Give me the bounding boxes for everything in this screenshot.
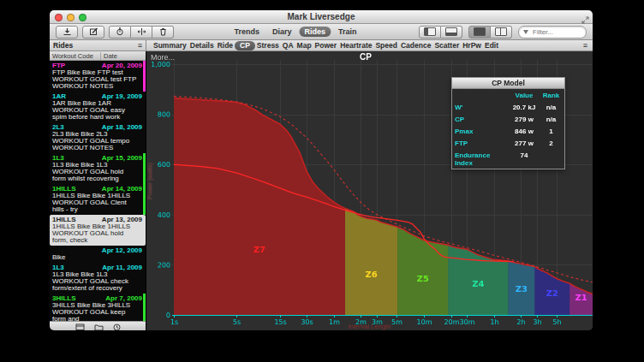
- ride-description: 1HILLS Bike Bike 1HILLS WORKOUT GOAL Cle…: [52, 193, 142, 213]
- cp-model-row: W'20.7 kJn/a: [452, 101, 564, 113]
- ride-description: FTP Bike Bike FTP test WORKOUT GOAL test…: [52, 69, 142, 90]
- tiled-view-button[interactable]: [468, 26, 491, 39]
- tabbed-view-button[interactable]: [491, 26, 512, 39]
- cp-model-row: FTP277 w2: [452, 137, 564, 149]
- ride-date: Apr 11, 2009: [102, 264, 142, 271]
- ride-description: 1L3 Bike Bike 1L3 WORKOUT GOAL hold form…: [52, 162, 142, 182]
- sidebar-panel-icon: [424, 27, 436, 36]
- main-toolbar: TrendsDiaryRidesTrain: [50, 24, 593, 40]
- view-tab-trends[interactable]: Trends: [229, 27, 265, 37]
- cp-model-table: CP Model Value Rank W'20.7 kJn/aCP279 wn…: [451, 77, 565, 169]
- ride-row[interactable]: 1L3Apr 15, 20091L3 Bike Bike 1L3 WORKOUT…: [50, 153, 146, 184]
- tabbed-view-icon: [495, 27, 507, 36]
- cp-chart-panel: More... CP Power (watts) Interval Length…: [146, 51, 593, 330]
- split-arrows-icon: [137, 27, 146, 36]
- ride-description: 1HILLS Bike Bike 1HILLS WORKOUT GOAL hol…: [52, 223, 142, 244]
- tab-bar-menu-icon[interactable]: ≡: [583, 41, 587, 50]
- column-workout-code[interactable]: Workout Code: [50, 52, 101, 60]
- close-button[interactable]: [55, 14, 63, 21]
- ride-row[interactable]: 1HILLSApr 14, 20091HILLS Bike Bike 1HILL…: [50, 184, 146, 215]
- ride-description: 1L3 Bike Bike 1L3 WORKOUT GOAL check for…: [52, 271, 142, 292]
- ride-row[interactable]: 3HILLSApr 7, 20093HILLS Bike Bike 3HILLS…: [50, 294, 146, 321]
- view-switcher: TrendsDiaryRidesTrain: [229, 27, 361, 37]
- view-tab-rides[interactable]: Rides: [300, 27, 331, 37]
- cp-model-row: Pmax846 w1: [452, 125, 564, 137]
- analysis-tab-bar: SummaryDetailsRideCPStressQAMapPowerHear…: [146, 40, 593, 50]
- minimize-button[interactable]: [67, 14, 75, 21]
- filter-funnel-icon: [523, 30, 528, 34]
- ride-description: Bike: [52, 254, 142, 261]
- zone-color-stripe: [143, 153, 146, 184]
- sidebar-menu-icon[interactable]: ≡: [138, 41, 142, 50]
- ride-row[interactable]: Apr 12, 2009Bike: [50, 246, 146, 263]
- sidebar-footer: [50, 321, 146, 330]
- calendar-icon[interactable]: [75, 323, 85, 331]
- view-tab-train[interactable]: Train: [333, 27, 362, 37]
- ride-list[interactable]: FTPApr 20, 2009FTP Bike Bike FTP test WO…: [50, 61, 146, 321]
- y-axis-title: Power (watts): [147, 156, 153, 207]
- import-button[interactable]: [56, 26, 78, 39]
- tab-heartrate[interactable]: Heartrate: [338, 41, 373, 50]
- tab-ride[interactable]: Ride: [216, 41, 235, 50]
- bottom-panel-icon: [445, 27, 457, 36]
- zone-color-stripe: [143, 184, 146, 215]
- filter-input[interactable]: [531, 27, 581, 37]
- tab-hrpw[interactable]: HrPw: [461, 41, 483, 50]
- ride-description: 3HILLS Bike Bike 3HILLS WORKOUT GOAL kee…: [52, 302, 142, 321]
- tab-cp[interactable]: CP: [235, 41, 255, 50]
- zone-color-stripe: [143, 294, 146, 321]
- delete-button[interactable]: [152, 26, 174, 39]
- chart-more-button[interactable]: More...: [151, 53, 175, 62]
- sidebar-header[interactable]: Rides ≡: [50, 40, 146, 50]
- desktop: Mark Liversedge: [0, 0, 644, 362]
- ride-row[interactable]: 1ARApr 19, 20091AR Bike Bike 1AR WORKOUT…: [50, 92, 146, 122]
- chart-title: CP: [360, 52, 372, 62]
- tab-stress[interactable]: Stress: [255, 41, 281, 50]
- tab-qa[interactable]: QA: [281, 41, 295, 50]
- ride-date: Apr 12, 2009: [102, 246, 142, 254]
- cp-model-title: CP Model: [452, 78, 564, 89]
- rides-sidebar: Workout Code Date FTPApr 20, 2009FTP Bik…: [50, 51, 146, 330]
- tab-row: Rides ≡ SummaryDetailsRideCPStressQAMapP…: [50, 40, 593, 51]
- tab-details[interactable]: Details: [188, 41, 216, 50]
- ride-list-column-header[interactable]: Workout Code Date: [50, 51, 146, 61]
- tiled-view-icon: [474, 27, 486, 36]
- ride-row[interactable]: FTPApr 20, 2009FTP Bike Bike FTP test WO…: [50, 61, 146, 92]
- manual-entry-button[interactable]: [82, 26, 104, 39]
- stopwatch-button[interactable]: [109, 26, 131, 39]
- stopwatch-icon: [116, 27, 124, 36]
- content-area: Workout Code Date FTPApr 20, 2009FTP Bik…: [50, 51, 593, 330]
- tab-power[interactable]: Power: [313, 41, 339, 50]
- ride-description: 2L3 Bike Bike 2L3 WORKOUT GOAL tempo WOR…: [52, 131, 142, 151]
- sidebar-toggle-button[interactable]: [419, 26, 441, 39]
- ride-row[interactable]: 1HILLSApr 13, 20091HILLS Bike Bike 1HILL…: [50, 215, 146, 246]
- folder-icon[interactable]: [94, 323, 104, 331]
- column-date[interactable]: Date: [101, 52, 117, 60]
- sidebar-title: Rides: [53, 41, 73, 50]
- zoom-button[interactable]: [79, 14, 86, 21]
- zone-color-stripe: [143, 61, 146, 92]
- title-bar[interactable]: Mark Liversedge: [50, 10, 593, 24]
- view-tab-diary[interactable]: Diary: [267, 27, 297, 37]
- ride-row[interactable]: 1L3Apr 11, 20091L3 Bike Bike 1L3 WORKOUT…: [50, 263, 146, 294]
- tab-edit[interactable]: Edit: [483, 41, 500, 50]
- cp-model-row: Endurance Index74: [452, 149, 564, 169]
- bottombar-toggle-button[interactable]: [441, 26, 462, 39]
- cp-model-row: CP279 wn/a: [452, 113, 564, 125]
- clock-icon[interactable]: [113, 323, 121, 331]
- ride-description: 1AR Bike Bike 1AR WORKOUT GOAL easy spim…: [52, 100, 142, 121]
- download-icon: [63, 27, 72, 36]
- intervals-button[interactable]: [131, 26, 152, 39]
- tab-speed[interactable]: Speed: [373, 41, 399, 50]
- tab-summary[interactable]: Summary: [152, 41, 188, 50]
- trash-icon: [159, 27, 167, 36]
- compose-icon: [89, 27, 98, 36]
- tab-scatter[interactable]: Scatter: [432, 41, 461, 50]
- cp-model-header-row: Value Rank: [452, 89, 564, 101]
- x-axis-title: Interval Length: [146, 323, 593, 330]
- ride-row[interactable]: 2L3Apr 18, 20092L3 Bike Bike 2L3 WORKOUT…: [50, 122, 146, 153]
- tab-map[interactable]: Map: [295, 41, 313, 50]
- filter-field[interactable]: [518, 26, 587, 39]
- tab-cadence[interactable]: Cadence: [399, 41, 432, 50]
- golden-cheetah-window: Mark Liversedge: [50, 10, 593, 330]
